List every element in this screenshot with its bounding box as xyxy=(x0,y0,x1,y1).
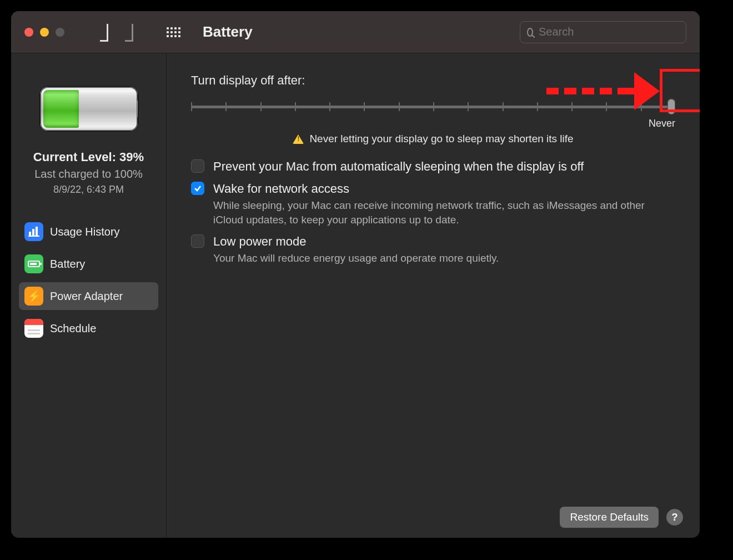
battery-small-icon xyxy=(24,254,43,273)
annotation-arrow xyxy=(546,72,660,110)
sidebar-nav: Usage History Battery ⚡ Power Adapter Sc… xyxy=(19,218,158,342)
titlebar: Battery xyxy=(11,11,700,53)
low-power-label: Low power mode xyxy=(213,234,675,249)
option-wake-network: Wake for network access While sleeping, … xyxy=(191,182,675,227)
low-power-checkbox[interactable] xyxy=(191,234,204,248)
bar-chart-icon xyxy=(24,222,43,241)
annotation-dash xyxy=(564,88,576,94)
slider-tick xyxy=(225,102,227,111)
battery-preferences-window: Battery Current Level: 39% Last charged … xyxy=(11,11,700,538)
prevent-sleep-label: Prevent your Mac from automatically slee… xyxy=(213,159,675,174)
slider-tick xyxy=(537,102,538,111)
low-power-desc: Your Mac will reduce energy usage and op… xyxy=(213,251,646,266)
show-all-prefs-button[interactable] xyxy=(167,27,180,37)
annotation-dash xyxy=(617,88,634,94)
sidebar-item-label: Power Adapter xyxy=(50,290,123,303)
sidebar: Current Level: 39% Last charged to 100% … xyxy=(11,53,167,538)
option-prevent-sleep: Prevent your Mac from automatically slee… xyxy=(191,159,675,174)
sidebar-item-schedule[interactable]: Schedule xyxy=(19,314,158,342)
bolt-icon: ⚡ xyxy=(24,287,43,306)
window-controls xyxy=(24,28,64,37)
forward-button[interactable] xyxy=(125,27,133,37)
arrow-right-icon xyxy=(634,72,660,110)
footer: Restore Defaults ? xyxy=(560,507,683,528)
search-icon xyxy=(527,28,533,37)
last-charged-date: 8/9/22, 6:43 PM xyxy=(19,184,158,196)
back-button[interactable] xyxy=(100,27,108,37)
battery-fill xyxy=(43,90,79,128)
chevron-right-icon xyxy=(125,24,133,42)
help-button[interactable]: ? xyxy=(666,509,683,526)
slider-tick xyxy=(399,102,400,111)
annotation-dash xyxy=(546,88,559,94)
slider-tick xyxy=(191,102,192,111)
sidebar-item-usage-history[interactable]: Usage History xyxy=(19,218,158,246)
warning-row: Never letting your display go to sleep m… xyxy=(191,133,675,145)
slider-tick xyxy=(503,102,504,111)
svg-rect-3 xyxy=(28,236,39,237)
close-window-button[interactable] xyxy=(24,28,33,37)
sidebar-item-label: Schedule xyxy=(50,322,96,335)
chevron-left-icon xyxy=(100,24,108,42)
prevent-sleep-checkbox[interactable] xyxy=(191,159,204,173)
nav-buttons xyxy=(100,27,133,37)
option-low-power: Low power mode Your Mac will reduce ener… xyxy=(191,234,675,266)
last-charged-label: Last charged to 100% xyxy=(19,168,158,181)
sidebar-item-label: Battery xyxy=(50,258,85,271)
wake-network-checkbox[interactable] xyxy=(191,182,204,195)
window-title: Battery xyxy=(203,23,253,41)
search-input[interactable] xyxy=(539,26,679,38)
zoom-window-button[interactable] xyxy=(56,28,64,37)
warning-icon xyxy=(293,134,304,144)
slider-tick xyxy=(295,102,296,111)
annotation-highlight-box xyxy=(660,69,700,112)
sidebar-item-label: Usage History xyxy=(50,226,120,238)
search-field[interactable] xyxy=(520,21,686,43)
slider-tick xyxy=(329,102,330,111)
current-level-label: Current Level: 39% xyxy=(19,150,158,164)
slider-tick xyxy=(433,102,434,111)
wake-network-desc: While sleeping, your Mac can receive inc… xyxy=(213,198,646,227)
svg-rect-2 xyxy=(36,227,38,236)
minimize-window-button[interactable] xyxy=(40,28,49,37)
annotation-dash xyxy=(582,88,594,94)
sidebar-item-power-adapter[interactable]: ⚡ Power Adapter xyxy=(19,282,158,310)
slider-label-never: Never xyxy=(191,118,675,129)
warning-text: Never letting your display go to sleep m… xyxy=(309,133,573,145)
restore-defaults-button[interactable]: Restore Defaults xyxy=(560,507,659,528)
svg-rect-1 xyxy=(32,229,34,236)
main-panel: Turn display off after: Ne xyxy=(167,53,700,538)
wake-network-label: Wake for network access xyxy=(213,182,675,196)
calendar-icon xyxy=(24,319,43,338)
svg-rect-0 xyxy=(29,232,31,236)
slider-tick xyxy=(260,102,262,111)
slider-tick xyxy=(468,102,469,111)
battery-icon xyxy=(40,87,138,131)
annotation-dash xyxy=(600,88,612,94)
battery-illustration xyxy=(19,67,158,142)
battery-tip xyxy=(137,100,138,118)
sidebar-item-battery[interactable]: Battery xyxy=(19,250,158,278)
slider-tick xyxy=(364,102,365,111)
